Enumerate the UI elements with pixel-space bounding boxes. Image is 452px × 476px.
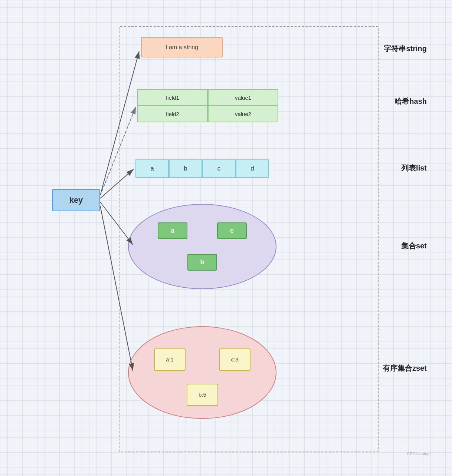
set-item-c: c — [217, 222, 247, 239]
list-row: a b c d — [135, 159, 269, 178]
string-type-label: 字符串string — [384, 44, 427, 54]
string-value: I am a string — [166, 44, 198, 51]
hash-table: field1 value1 field2 value2 — [137, 89, 278, 122]
hash-value-2: value2 — [208, 106, 278, 122]
set-type-label: 集合set — [401, 241, 427, 251]
key-label: key — [69, 195, 83, 205]
list-item-b: b — [169, 159, 202, 178]
hash-row-2: field2 value2 — [137, 106, 278, 122]
zset-type-label: 有序集合zset — [383, 363, 427, 373]
hash-row-1: field1 value1 — [137, 89, 278, 106]
string-box: I am a string — [141, 37, 223, 57]
list-item-a: a — [135, 159, 169, 178]
zset-item-c: c: 3 — [219, 348, 250, 371]
hash-field-1: field1 — [137, 89, 208, 106]
set-item-a: a — [158, 222, 187, 239]
zset-items: a: 1 c: 3 b: 5 — [128, 326, 276, 419]
list-type-label: 列表list — [401, 163, 427, 173]
zset-item-a: a: 1 — [154, 348, 186, 371]
hash-value-1: value1 — [208, 89, 278, 106]
list-item-d: d — [236, 159, 269, 178]
zset-item-b: b: 5 — [187, 384, 218, 406]
hash-field-2: field2 — [137, 106, 208, 122]
diagram-container: key 字符串string 哈希hash 列表list 集合set 有序集合zs… — [15, 15, 434, 460]
key-box: key — [52, 189, 100, 211]
watermark: CSDNlaptupl — [407, 452, 430, 456]
hash-type-label: 哈希hash — [394, 96, 427, 106]
list-item-c: c — [202, 159, 236, 178]
set-item-b: b — [187, 254, 217, 271]
set-items: a c b — [128, 204, 276, 289]
